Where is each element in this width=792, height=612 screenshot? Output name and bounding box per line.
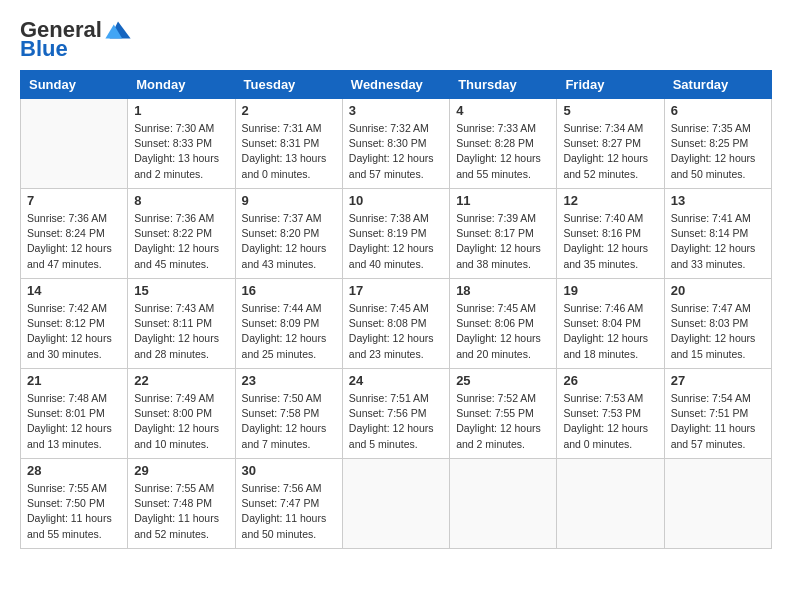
- day-info: Sunrise: 7:30 AM Sunset: 8:33 PM Dayligh…: [134, 121, 228, 182]
- calendar-cell: 4Sunrise: 7:33 AM Sunset: 8:28 PM Daylig…: [450, 99, 557, 189]
- day-info: Sunrise: 7:49 AM Sunset: 8:00 PM Dayligh…: [134, 391, 228, 452]
- calendar-cell: 20Sunrise: 7:47 AM Sunset: 8:03 PM Dayli…: [664, 279, 771, 369]
- calendar-cell: 13Sunrise: 7:41 AM Sunset: 8:14 PM Dayli…: [664, 189, 771, 279]
- day-number: 25: [456, 373, 550, 388]
- day-number: 21: [27, 373, 121, 388]
- day-number: 1: [134, 103, 228, 118]
- day-info: Sunrise: 7:37 AM Sunset: 8:20 PM Dayligh…: [242, 211, 336, 272]
- calendar: SundayMondayTuesdayWednesdayThursdayFrid…: [20, 70, 772, 549]
- day-number: 11: [456, 193, 550, 208]
- day-info: Sunrise: 7:38 AM Sunset: 8:19 PM Dayligh…: [349, 211, 443, 272]
- day-info: Sunrise: 7:39 AM Sunset: 8:17 PM Dayligh…: [456, 211, 550, 272]
- logo-blue-text: Blue: [20, 38, 68, 60]
- weekday-header-thursday: Thursday: [450, 71, 557, 99]
- calendar-cell: [342, 459, 449, 549]
- day-info: Sunrise: 7:42 AM Sunset: 8:12 PM Dayligh…: [27, 301, 121, 362]
- day-number: 20: [671, 283, 765, 298]
- calendar-week-3: 14Sunrise: 7:42 AM Sunset: 8:12 PM Dayli…: [21, 279, 772, 369]
- day-number: 6: [671, 103, 765, 118]
- weekday-header-row: SundayMondayTuesdayWednesdayThursdayFrid…: [21, 71, 772, 99]
- day-info: Sunrise: 7:50 AM Sunset: 7:58 PM Dayligh…: [242, 391, 336, 452]
- day-number: 5: [563, 103, 657, 118]
- day-number: 7: [27, 193, 121, 208]
- day-info: Sunrise: 7:40 AM Sunset: 8:16 PM Dayligh…: [563, 211, 657, 272]
- weekday-header-sunday: Sunday: [21, 71, 128, 99]
- calendar-cell: 9Sunrise: 7:37 AM Sunset: 8:20 PM Daylig…: [235, 189, 342, 279]
- day-info: Sunrise: 7:32 AM Sunset: 8:30 PM Dayligh…: [349, 121, 443, 182]
- day-info: Sunrise: 7:41 AM Sunset: 8:14 PM Dayligh…: [671, 211, 765, 272]
- calendar-cell: 15Sunrise: 7:43 AM Sunset: 8:11 PM Dayli…: [128, 279, 235, 369]
- calendar-cell: 11Sunrise: 7:39 AM Sunset: 8:17 PM Dayli…: [450, 189, 557, 279]
- day-info: Sunrise: 7:47 AM Sunset: 8:03 PM Dayligh…: [671, 301, 765, 362]
- calendar-week-2: 7Sunrise: 7:36 AM Sunset: 8:24 PM Daylig…: [21, 189, 772, 279]
- calendar-cell: 5Sunrise: 7:34 AM Sunset: 8:27 PM Daylig…: [557, 99, 664, 189]
- day-info: Sunrise: 7:44 AM Sunset: 8:09 PM Dayligh…: [242, 301, 336, 362]
- day-number: 16: [242, 283, 336, 298]
- calendar-cell: [557, 459, 664, 549]
- day-number: 4: [456, 103, 550, 118]
- day-info: Sunrise: 7:36 AM Sunset: 8:22 PM Dayligh…: [134, 211, 228, 272]
- weekday-header-wednesday: Wednesday: [342, 71, 449, 99]
- day-number: 29: [134, 463, 228, 478]
- day-number: 23: [242, 373, 336, 388]
- calendar-cell: 17Sunrise: 7:45 AM Sunset: 8:08 PM Dayli…: [342, 279, 449, 369]
- calendar-cell: 23Sunrise: 7:50 AM Sunset: 7:58 PM Dayli…: [235, 369, 342, 459]
- day-info: Sunrise: 7:48 AM Sunset: 8:01 PM Dayligh…: [27, 391, 121, 452]
- day-info: Sunrise: 7:55 AM Sunset: 7:48 PM Dayligh…: [134, 481, 228, 542]
- calendar-cell: 16Sunrise: 7:44 AM Sunset: 8:09 PM Dayli…: [235, 279, 342, 369]
- calendar-cell: 2Sunrise: 7:31 AM Sunset: 8:31 PM Daylig…: [235, 99, 342, 189]
- calendar-cell: [21, 99, 128, 189]
- calendar-cell: 1Sunrise: 7:30 AM Sunset: 8:33 PM Daylig…: [128, 99, 235, 189]
- day-info: Sunrise: 7:52 AM Sunset: 7:55 PM Dayligh…: [456, 391, 550, 452]
- calendar-cell: 24Sunrise: 7:51 AM Sunset: 7:56 PM Dayli…: [342, 369, 449, 459]
- day-number: 9: [242, 193, 336, 208]
- day-number: 22: [134, 373, 228, 388]
- calendar-cell: 19Sunrise: 7:46 AM Sunset: 8:04 PM Dayli…: [557, 279, 664, 369]
- calendar-cell: 28Sunrise: 7:55 AM Sunset: 7:50 PM Dayli…: [21, 459, 128, 549]
- calendar-cell: 14Sunrise: 7:42 AM Sunset: 8:12 PM Dayli…: [21, 279, 128, 369]
- weekday-header-saturday: Saturday: [664, 71, 771, 99]
- day-info: Sunrise: 7:34 AM Sunset: 8:27 PM Dayligh…: [563, 121, 657, 182]
- day-number: 24: [349, 373, 443, 388]
- day-number: 2: [242, 103, 336, 118]
- weekday-header-monday: Monday: [128, 71, 235, 99]
- day-number: 13: [671, 193, 765, 208]
- calendar-cell: 30Sunrise: 7:56 AM Sunset: 7:47 PM Dayli…: [235, 459, 342, 549]
- calendar-cell: 3Sunrise: 7:32 AM Sunset: 8:30 PM Daylig…: [342, 99, 449, 189]
- day-info: Sunrise: 7:45 AM Sunset: 8:08 PM Dayligh…: [349, 301, 443, 362]
- page: General Blue SundayMondayTuesdayWednesda…: [0, 0, 792, 612]
- day-info: Sunrise: 7:53 AM Sunset: 7:53 PM Dayligh…: [563, 391, 657, 452]
- day-number: 28: [27, 463, 121, 478]
- calendar-cell: 6Sunrise: 7:35 AM Sunset: 8:25 PM Daylig…: [664, 99, 771, 189]
- day-info: Sunrise: 7:55 AM Sunset: 7:50 PM Dayligh…: [27, 481, 121, 542]
- calendar-cell: 7Sunrise: 7:36 AM Sunset: 8:24 PM Daylig…: [21, 189, 128, 279]
- calendar-cell: 18Sunrise: 7:45 AM Sunset: 8:06 PM Dayli…: [450, 279, 557, 369]
- calendar-cell: 12Sunrise: 7:40 AM Sunset: 8:16 PM Dayli…: [557, 189, 664, 279]
- day-info: Sunrise: 7:46 AM Sunset: 8:04 PM Dayligh…: [563, 301, 657, 362]
- calendar-cell: [450, 459, 557, 549]
- day-info: Sunrise: 7:43 AM Sunset: 8:11 PM Dayligh…: [134, 301, 228, 362]
- calendar-week-5: 28Sunrise: 7:55 AM Sunset: 7:50 PM Dayli…: [21, 459, 772, 549]
- day-number: 3: [349, 103, 443, 118]
- day-info: Sunrise: 7:54 AM Sunset: 7:51 PM Dayligh…: [671, 391, 765, 452]
- calendar-cell: 8Sunrise: 7:36 AM Sunset: 8:22 PM Daylig…: [128, 189, 235, 279]
- calendar-cell: 27Sunrise: 7:54 AM Sunset: 7:51 PM Dayli…: [664, 369, 771, 459]
- logo: General Blue: [20, 16, 132, 60]
- calendar-cell: [664, 459, 771, 549]
- day-info: Sunrise: 7:36 AM Sunset: 8:24 PM Dayligh…: [27, 211, 121, 272]
- day-number: 19: [563, 283, 657, 298]
- calendar-week-4: 21Sunrise: 7:48 AM Sunset: 8:01 PM Dayli…: [21, 369, 772, 459]
- day-info: Sunrise: 7:35 AM Sunset: 8:25 PM Dayligh…: [671, 121, 765, 182]
- day-number: 27: [671, 373, 765, 388]
- calendar-cell: 26Sunrise: 7:53 AM Sunset: 7:53 PM Dayli…: [557, 369, 664, 459]
- calendar-cell: 29Sunrise: 7:55 AM Sunset: 7:48 PM Dayli…: [128, 459, 235, 549]
- day-number: 18: [456, 283, 550, 298]
- day-info: Sunrise: 7:31 AM Sunset: 8:31 PM Dayligh…: [242, 121, 336, 182]
- day-number: 15: [134, 283, 228, 298]
- header: General Blue: [20, 16, 772, 60]
- day-number: 14: [27, 283, 121, 298]
- weekday-header-friday: Friday: [557, 71, 664, 99]
- day-info: Sunrise: 7:45 AM Sunset: 8:06 PM Dayligh…: [456, 301, 550, 362]
- calendar-cell: 10Sunrise: 7:38 AM Sunset: 8:19 PM Dayli…: [342, 189, 449, 279]
- day-info: Sunrise: 7:51 AM Sunset: 7:56 PM Dayligh…: [349, 391, 443, 452]
